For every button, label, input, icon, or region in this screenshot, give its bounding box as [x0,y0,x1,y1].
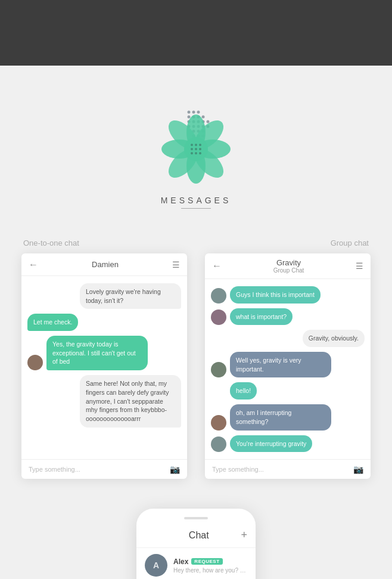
svg-point-3 [188,116,191,119]
avatar: A [145,554,167,577]
svg-point-39 [199,148,201,150]
svg-point-37 [191,148,193,150]
svg-point-0 [188,111,191,114]
message-row: Gravity, obviously. [211,330,365,347]
type-placeholder[interactable]: Type something... [212,466,264,473]
avatar [27,355,43,370]
message-preview: Hey there, how are you? Wou... [173,567,247,574]
phones-row: ← Damien ☰ Lovely gravity we're having t… [0,253,392,479]
message-row: Lovely gravity we're having today, isn't… [27,283,181,309]
add-chat-button[interactable]: + [241,529,247,541]
camera-icon[interactable]: 📷 [170,465,180,474]
svg-point-42 [199,152,201,154]
message-bubble: You're interrupting gravity [230,435,312,453]
message-row: Well yes, gravity is very important. [211,352,365,377]
group-footer: Type something... 📷 [205,459,371,479]
list-info: Alex REQUEST Hey there, how are you? Wou… [173,558,247,574]
list-item[interactable]: A Alex REQUEST Hey there, how are you? W… [136,548,256,579]
chat-list-phone: Chat + A Alex REQUEST Hey there, how are… [136,509,256,579]
group-chat-phone: ← Gravity Group Chat ☰ Guys I think this… [205,253,371,479]
avatar [211,436,226,452]
message-row: Same here! Not only that, my fingers can… [27,375,181,427]
camera-icon[interactable]: 📷 [353,465,363,474]
svg-point-2 [197,111,200,114]
message-bubble: Yes, the gravity today is exceptional. I… [46,336,148,370]
svg-point-40 [191,152,193,154]
group-subtitle: Group Chat [222,267,356,274]
one-to-one-chat-body: Lovely gravity we're having today, isn't… [21,276,187,459]
group-title: Gravity [222,258,356,267]
message-row: oh, am I interrupting something? [211,404,365,430]
labels-row: One-to-one chat Group chat [23,239,369,247]
back-arrow-icon[interactable]: ← [29,259,38,270]
top-section: MESSAGES [0,66,392,221]
one-to-one-footer: Type something... 📷 [21,459,187,479]
logo-container: MESSAGES [154,101,238,209]
svg-point-41 [195,152,197,154]
avatar [211,362,226,377]
message-bubble: oh, am I interrupting something? [230,404,331,430]
message-row: Guys I think this is important [211,286,365,304]
request-badge: REQUEST [191,558,222,565]
chat-list-title: Chat [157,530,241,541]
message-bubble: Well yes, gravity is very important. [230,352,331,377]
chat-list-header: Chat + [136,527,256,548]
one-to-one-label: One-to-one chat [23,239,79,247]
message-bubble: what is important? [230,308,293,326]
message-row: Yes, the gravity today is exceptional. I… [27,336,181,370]
flower-logo [154,101,238,191]
title-underline [181,208,211,209]
avatar [211,288,226,304]
contact-name: Alex [173,558,188,566]
name-row: Alex REQUEST [173,558,247,566]
svg-point-34 [191,144,193,146]
svg-point-36 [199,144,201,146]
back-arrow-icon[interactable]: ← [212,261,222,271]
group-chat-header: ← Gravity Group Chat ☰ [205,253,371,279]
message-bubble: hello! [230,382,257,400]
bottom-section: Chat + A Alex REQUEST Hey there, how are… [0,509,392,579]
chat-list: A Alex REQUEST Hey there, how are you? W… [136,548,256,579]
messages-title: MESSAGES [161,196,232,205]
svg-point-11 [207,120,210,123]
message-row: You're interrupting gravity [211,435,365,453]
message-bubble: Guys I think this is important [230,286,321,304]
group-chat-body: Guys I think this is important what is i… [205,279,371,459]
message-row: hello! [211,382,365,400]
message-bubble: Lovely gravity we're having today, isn't… [80,283,181,309]
svg-point-38 [195,148,197,150]
type-placeholder[interactable]: Type something... [29,466,80,473]
one-to-one-header: ← Damien ☰ [21,253,187,276]
svg-point-35 [195,144,197,146]
message-bubble: Gravity, obviously. [303,330,365,347]
header [0,0,392,66]
avatar-initial: A [145,554,167,577]
avatar [211,415,226,431]
one-to-one-title: Damien [38,260,172,269]
message-bubble: Let me check. [27,314,78,331]
one-to-one-header-center: Damien [38,260,172,269]
group-label: Group chat [331,239,369,247]
svg-point-1 [192,111,195,114]
message-row: what is important? [211,308,365,326]
one-to-one-phone: ← Damien ☰ Lovely gravity we're having t… [21,253,187,479]
svg-point-6 [202,116,205,119]
menu-icon[interactable]: ☰ [356,261,363,271]
avatar [211,309,226,325]
group-header-center: Gravity Group Chat [222,258,356,274]
menu-icon[interactable]: ☰ [172,260,180,270]
message-bubble: Same here! Not only that, my fingers can… [80,375,181,427]
flower-svg [154,101,238,191]
message-row: Let me check. [27,314,181,331]
